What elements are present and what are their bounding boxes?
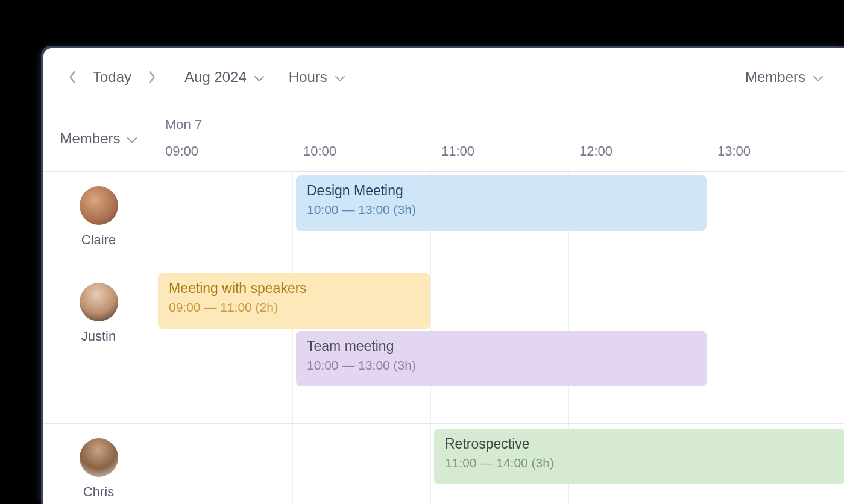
- event-title: Meeting with speakers: [169, 280, 420, 297]
- member-cell: Claire: [43, 172, 154, 268]
- event[interactable]: Team meeting10:00 — 13:00 (3h): [296, 331, 707, 386]
- member-name: Chris: [83, 484, 114, 500]
- chevron-down-icon: [254, 69, 265, 86]
- event-time: 10:00 — 13:00 (3h): [307, 203, 696, 217]
- hour-gridline: [707, 268, 707, 423]
- member-row: ClaireDesign Meeting10:00 — 13:00 (3h): [43, 172, 844, 268]
- hour-gridline: [292, 424, 293, 504]
- month-dropdown[interactable]: Aug 2024: [184, 69, 265, 86]
- avatar[interactable]: [80, 283, 118, 321]
- scale-dropdown[interactable]: Hours: [289, 69, 345, 86]
- month-label: Aug 2024: [184, 69, 247, 86]
- time-header: Members Mon 7 09:0010:0011:0012:0013:00: [43, 106, 844, 172]
- chevron-down-icon: [813, 69, 824, 86]
- time-scale: Mon 7 09:0010:0011:0012:0013:00: [154, 106, 844, 171]
- hour-label: 11:00: [441, 143, 474, 159]
- member-row: ChrisRetrospective11:00 — 14:00 (3h): [43, 424, 844, 504]
- event-title: Team meeting: [307, 338, 696, 354]
- chevron-left-icon: [68, 71, 77, 84]
- avatar[interactable]: [80, 438, 118, 477]
- group-by-label: Members: [745, 69, 805, 86]
- group-by-dropdown[interactable]: Members: [745, 69, 824, 86]
- date-nav: Today: [64, 69, 160, 86]
- event-title: Design Meeting: [307, 183, 696, 199]
- event[interactable]: Design Meeting10:00 — 13:00 (3h): [296, 175, 707, 231]
- member-cell: Justin: [43, 268, 154, 423]
- day-label: Mon 7: [165, 117, 202, 133]
- hour-gridline: [292, 172, 293, 268]
- hour-gridline: [430, 424, 431, 504]
- schedule-grid[interactable]: Meeting with speakers09:00 — 11:00 (2h)T…: [154, 268, 844, 423]
- hour-label: 13:00: [717, 143, 751, 159]
- schedule-grid[interactable]: Design Meeting10:00 — 13:00 (3h): [154, 172, 844, 268]
- members-column-dropdown[interactable]: Members: [60, 130, 137, 147]
- hour-gridline: [707, 172, 707, 268]
- prev-button[interactable]: [64, 69, 81, 86]
- event[interactable]: Retrospective11:00 — 14:00 (3h): [434, 429, 844, 484]
- event[interactable]: Meeting with speakers09:00 — 11:00 (2h): [158, 273, 430, 329]
- next-button[interactable]: [143, 69, 160, 86]
- hour-label: 10:00: [303, 143, 336, 159]
- chevron-right-icon: [148, 71, 156, 84]
- scale-label: Hours: [289, 69, 327, 86]
- schedule-body: ClaireDesign Meeting10:00 — 13:00 (3h)Ju…: [43, 172, 844, 504]
- chevron-down-icon: [335, 69, 345, 86]
- member-row: JustinMeeting with speakers09:00 — 11:00…: [43, 268, 844, 424]
- event-time: 09:00 — 11:00 (2h): [169, 300, 420, 315]
- member-name: Claire: [81, 232, 116, 248]
- hour-label: 09:00: [165, 143, 198, 159]
- calendar-window: Today Aug 2024 Hours Members Members: [43, 48, 844, 504]
- avatar[interactable]: [80, 186, 118, 225]
- member-name: Justin: [81, 329, 116, 344]
- toolbar: Today Aug 2024 Hours Members: [43, 48, 844, 106]
- members-column-label: Members: [60, 130, 120, 147]
- schedule-grid[interactable]: Retrospective11:00 — 14:00 (3h): [154, 424, 844, 504]
- event-title: Retrospective: [445, 436, 834, 452]
- chevron-down-icon: [127, 130, 137, 147]
- today-button[interactable]: Today: [93, 69, 131, 86]
- hour-label: 12:00: [579, 143, 613, 159]
- event-time: 11:00 — 14:00 (3h): [445, 456, 834, 470]
- event-time: 10:00 — 13:00 (3h): [307, 358, 696, 373]
- member-cell: Chris: [43, 424, 154, 504]
